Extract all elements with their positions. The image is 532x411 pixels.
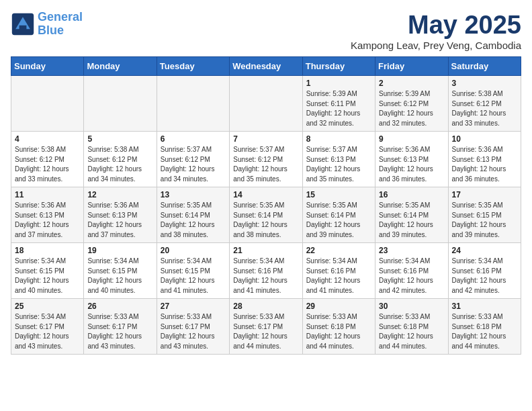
calendar-cell: 8Sunrise: 5:37 AM Sunset: 6:13 PM Daylig…: [302, 132, 375, 187]
weekday-header-wednesday: Wednesday: [230, 57, 302, 76]
calendar-cell: 18Sunrise: 5:34 AM Sunset: 6:15 PM Dayli…: [11, 243, 84, 299]
day-number: 19: [87, 246, 152, 255]
calendar-week-5: 25Sunrise: 5:34 AM Sunset: 6:17 PM Dayli…: [11, 299, 521, 355]
calendar-week-3: 11Sunrise: 5:36 AM Sunset: 6:13 PM Dayli…: [11, 187, 521, 243]
day-number: 11: [15, 190, 80, 199]
day-number: 4: [15, 134, 80, 144]
day-number: 1: [306, 79, 371, 88]
day-number: 16: [379, 190, 444, 199]
calendar-cell: 2Sunrise: 5:39 AM Sunset: 6:12 PM Daylig…: [375, 76, 448, 132]
day-info: Sunrise: 5:37 AM Sunset: 6:12 PM Dayligh…: [161, 145, 226, 184]
day-number: 14: [233, 190, 298, 199]
calendar-cell: 22Sunrise: 5:34 AM Sunset: 6:16 PM Dayli…: [302, 243, 375, 299]
day-number: 24: [452, 246, 517, 255]
day-info: Sunrise: 5:39 AM Sunset: 6:11 PM Dayligh…: [306, 89, 371, 128]
calendar-cell: 6Sunrise: 5:37 AM Sunset: 6:12 PM Daylig…: [157, 132, 229, 187]
day-number: 31: [452, 302, 517, 311]
logo-line2: Blue: [38, 24, 64, 37]
day-number: 8: [306, 134, 371, 144]
svg-rect-2: [19, 26, 27, 30]
day-number: 28: [233, 302, 298, 311]
day-info: Sunrise: 5:34 AM Sunset: 6:16 PM Dayligh…: [452, 257, 517, 295]
day-info: Sunrise: 5:37 AM Sunset: 6:13 PM Dayligh…: [306, 145, 371, 184]
day-info: Sunrise: 5:36 AM Sunset: 6:13 PM Dayligh…: [379, 145, 444, 184]
day-info: Sunrise: 5:34 AM Sunset: 6:16 PM Dayligh…: [306, 257, 371, 295]
title-block: May 2025 Kampong Leav, Prey Veng, Cambod…: [351, 11, 521, 51]
day-info: Sunrise: 5:34 AM Sunset: 6:15 PM Dayligh…: [15, 257, 80, 295]
day-info: Sunrise: 5:34 AM Sunset: 6:16 PM Dayligh…: [233, 257, 298, 295]
day-info: Sunrise: 5:36 AM Sunset: 6:13 PM Dayligh…: [87, 201, 152, 240]
day-info: Sunrise: 5:34 AM Sunset: 6:17 PM Dayligh…: [15, 312, 80, 351]
calendar-cell: 5Sunrise: 5:38 AM Sunset: 6:12 PM Daylig…: [84, 132, 157, 187]
calendar-cell: [11, 76, 84, 132]
logo-line1: General: [38, 10, 83, 24]
weekday-header-saturday: Saturday: [448, 57, 521, 76]
day-info: Sunrise: 5:38 AM Sunset: 6:12 PM Dayligh…: [452, 89, 517, 128]
weekday-header-sunday: Sunday: [11, 57, 84, 76]
calendar-cell: 7Sunrise: 5:37 AM Sunset: 6:12 PM Daylig…: [230, 132, 302, 187]
day-info: Sunrise: 5:36 AM Sunset: 6:13 PM Dayligh…: [452, 145, 517, 184]
calendar-week-4: 18Sunrise: 5:34 AM Sunset: 6:15 PM Dayli…: [11, 243, 521, 299]
calendar-cell: 13Sunrise: 5:35 AM Sunset: 6:14 PM Dayli…: [157, 187, 229, 243]
day-number: 15: [306, 190, 371, 199]
calendar-cell: 25Sunrise: 5:34 AM Sunset: 6:17 PM Dayli…: [11, 299, 84, 355]
day-info: Sunrise: 5:35 AM Sunset: 6:14 PM Dayligh…: [233, 201, 298, 240]
day-number: 27: [161, 302, 226, 311]
day-number: 18: [15, 246, 80, 255]
day-number: 3: [452, 79, 517, 88]
calendar-cell: 29Sunrise: 5:33 AM Sunset: 6:18 PM Dayli…: [302, 299, 375, 355]
day-number: 10: [452, 134, 517, 144]
calendar-cell: 26Sunrise: 5:33 AM Sunset: 6:17 PM Dayli…: [84, 299, 157, 355]
day-info: Sunrise: 5:38 AM Sunset: 6:12 PM Dayligh…: [15, 145, 80, 184]
weekday-header-tuesday: Tuesday: [157, 57, 229, 76]
day-number: 17: [452, 190, 517, 199]
calendar-cell: 11Sunrise: 5:36 AM Sunset: 6:13 PM Dayli…: [11, 187, 84, 243]
logo: General Blue: [11, 11, 83, 38]
calendar-cell: 16Sunrise: 5:35 AM Sunset: 6:14 PM Dayli…: [375, 187, 448, 243]
day-info: Sunrise: 5:35 AM Sunset: 6:14 PM Dayligh…: [306, 201, 371, 240]
calendar-cell: 12Sunrise: 5:36 AM Sunset: 6:13 PM Dayli…: [84, 187, 157, 243]
calendar-cell: 19Sunrise: 5:34 AM Sunset: 6:15 PM Dayli…: [84, 243, 157, 299]
calendar-cell: 20Sunrise: 5:34 AM Sunset: 6:15 PM Dayli…: [157, 243, 229, 299]
calendar-cell: 1Sunrise: 5:39 AM Sunset: 6:11 PM Daylig…: [302, 76, 375, 132]
day-number: 30: [379, 302, 444, 311]
calendar-cell: [84, 76, 157, 132]
weekday-header-friday: Friday: [375, 57, 448, 76]
calendar-cell: 4Sunrise: 5:38 AM Sunset: 6:12 PM Daylig…: [11, 132, 84, 187]
day-info: Sunrise: 5:33 AM Sunset: 6:17 PM Dayligh…: [161, 312, 226, 351]
calendar-cell: 28Sunrise: 5:33 AM Sunset: 6:17 PM Dayli…: [230, 299, 302, 355]
day-number: 20: [161, 246, 226, 255]
weekday-header-thursday: Thursday: [302, 57, 375, 76]
day-info: Sunrise: 5:37 AM Sunset: 6:12 PM Dayligh…: [233, 145, 298, 184]
day-info: Sunrise: 5:35 AM Sunset: 6:15 PM Dayligh…: [452, 201, 517, 240]
page-header: General Blue May 2025 Kampong Leav, Prey…: [11, 11, 521, 51]
day-number: 9: [379, 134, 444, 144]
day-number: 7: [233, 134, 298, 144]
day-number: 6: [161, 134, 226, 144]
calendar-week-1: 1Sunrise: 5:39 AM Sunset: 6:11 PM Daylig…: [11, 76, 521, 132]
day-number: 2: [379, 79, 444, 88]
day-info: Sunrise: 5:33 AM Sunset: 6:17 PM Dayligh…: [233, 312, 298, 351]
day-info: Sunrise: 5:33 AM Sunset: 6:17 PM Dayligh…: [87, 312, 152, 351]
day-info: Sunrise: 5:33 AM Sunset: 6:18 PM Dayligh…: [452, 312, 517, 351]
calendar-cell: 21Sunrise: 5:34 AM Sunset: 6:16 PM Dayli…: [230, 243, 302, 299]
calendar-cell: 31Sunrise: 5:33 AM Sunset: 6:18 PM Dayli…: [448, 299, 521, 355]
weekday-header-row: SundayMondayTuesdayWednesdayThursdayFrid…: [11, 57, 521, 76]
calendar-cell: 17Sunrise: 5:35 AM Sunset: 6:15 PM Dayli…: [448, 187, 521, 243]
day-number: 5: [87, 134, 152, 144]
day-number: 13: [161, 190, 226, 199]
day-info: Sunrise: 5:33 AM Sunset: 6:18 PM Dayligh…: [306, 312, 371, 351]
calendar-cell: 14Sunrise: 5:35 AM Sunset: 6:14 PM Dayli…: [230, 187, 302, 243]
weekday-header-monday: Monday: [84, 57, 157, 76]
day-number: 21: [233, 246, 298, 255]
calendar-subtitle: Kampong Leav, Prey Veng, Cambodia: [351, 40, 521, 51]
calendar-title: May 2025: [351, 11, 521, 40]
day-number: 22: [306, 246, 371, 255]
day-info: Sunrise: 5:34 AM Sunset: 6:15 PM Dayligh…: [161, 257, 226, 295]
day-info: Sunrise: 5:34 AM Sunset: 6:16 PM Dayligh…: [379, 257, 444, 295]
calendar-cell: 3Sunrise: 5:38 AM Sunset: 6:12 PM Daylig…: [448, 76, 521, 132]
day-info: Sunrise: 5:34 AM Sunset: 6:15 PM Dayligh…: [87, 257, 152, 295]
calendar-cell: [230, 76, 302, 132]
day-info: Sunrise: 5:39 AM Sunset: 6:12 PM Dayligh…: [379, 89, 444, 128]
calendar-cell: 9Sunrise: 5:36 AM Sunset: 6:13 PM Daylig…: [375, 132, 448, 187]
